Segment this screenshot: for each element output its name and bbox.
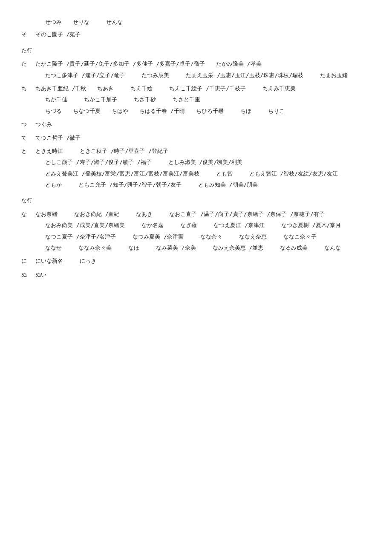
line-text: ときえ時江 ときこ秋子 /時子/登喜子 /登紀子	[35, 148, 168, 154]
line-text: にいな新名 にっき	[35, 258, 96, 264]
line-chi-3: ちづる ちなつ千夏 ちはや ちはる千春 /千晴 ちひろ千尋 ちほ ちりこ	[21, 106, 371, 116]
line-na-1: な なお奈緒 なおき尚紀 /直紀 なあき なおこ直子 /温子/尚子/貞子/奈緒子…	[21, 209, 371, 219]
line-text: とみえ登美江 /登美枝/富栄/富恵/富江/富枝/富美江/富美枝 とも智 ともえ智…	[45, 170, 338, 177]
line-chi-2: ちか千佳 ちかこ千加子 ちさ千砂 ちさと千里	[21, 95, 371, 104]
line-text: てつこ哲子 /徹子	[35, 135, 81, 141]
na-gyou-heading: な行	[21, 196, 371, 205]
line-label: つ	[21, 121, 27, 127]
line-label: な	[21, 211, 27, 217]
line-1: せつみ せりな せんな	[21, 17, 371, 27]
line-text: としこ歳子 /寿子/淑子/俊子/敏子 /福子 としみ淑美 /俊美/颯美/利美	[45, 159, 242, 165]
line-to-2: としこ歳子 /寿子/淑子/俊子/敏子 /福子 としみ淑美 /俊美/颯美/利美	[21, 157, 371, 167]
line-label: て	[21, 135, 27, 141]
line-text: ちか千佳 ちかこ千加子 ちさ千砂 ちさと千里	[45, 96, 200, 103]
line-text: ぬい	[35, 271, 46, 278]
line-so: そ そのこ園子 /苑子	[21, 29, 371, 39]
line-chi-1: ち ちあき千亜紀 /千秋 ちあき ちえ千絵 ちえこ千絵子 /千恵子/千枝子 ちえ…	[21, 83, 371, 93]
line-nu: ぬ ぬい	[21, 270, 371, 279]
line-text: なお奈緒 なおき尚紀 /直紀 なあき なおこ直子 /温子/尚子/貞子/奈緒子 /…	[35, 211, 325, 217]
line-label: と	[21, 148, 27, 154]
line-to-4: ともか ともこ允子 /知子/興子/智子/朝子/友子 ともみ知美 /朝美/朋美	[21, 180, 371, 190]
line-na-2: なおみ尚美 /成美/直美/奈緒美 なか名嘉 なぎ薙 なつえ夏江 /奈津江 なつき…	[21, 220, 371, 230]
line-ta-2: たつこ多津子 /逢子/立子/竜子 たつみ辰美 たまえ玉栄 /玉恵/玉江/玉枝/珠…	[21, 70, 371, 80]
ta-gyou-heading: た行	[21, 46, 371, 55]
line-text: な行	[21, 197, 32, 204]
line-na-3: なつこ夏子 /奈津子/名津子 なつみ夏美 /奈津実 なな奈々 ななえ奈恵 ななこ…	[21, 232, 371, 242]
line-text: ともか ともこ允子 /知子/興子/智子/朝子/友子 ともみ知美 /朝美/朋美	[45, 181, 258, 188]
line-text: たかこ隆子 /貴子/延子/免子/多加子 /多佳子 /多嘉子/卓子/喬子 たかみ隆…	[35, 60, 262, 67]
line-ni: に にいな新名 にっき	[21, 256, 371, 266]
page-content: せつみ せりな せんな そ そのこ園子 /苑子 た行 た たかこ隆子 /貴子/延…	[21, 17, 371, 279]
line-na-4: ななせ ななみ奈々美 なほ なみ菜美 /奈美 なみえ奈美恵 /並恵 なるみ成美 …	[21, 243, 371, 253]
line-label: に	[21, 258, 27, 264]
line-text: た行	[21, 47, 32, 54]
line-tsu: つ つぐみ	[21, 119, 371, 129]
line-label: ぬ	[21, 271, 27, 278]
line-te: て てつこ哲子 /徹子	[21, 133, 371, 143]
line-text: つぐみ	[35, 121, 52, 127]
line-text: ななせ ななみ奈々美 なほ なみ菜美 /奈美 なみえ奈美恵 /並恵 なるみ成美 …	[45, 244, 341, 251]
line-label: た	[21, 60, 27, 67]
line-text: たつこ多津子 /逢子/立子/竜子 たつみ辰美 たまえ玉栄 /玉恵/玉江/玉枝/珠…	[45, 72, 348, 78]
line-text: なつこ夏子 /奈津子/名津子 なつみ夏美 /奈津実 なな奈々 ななえ奈恵 ななこ…	[45, 233, 317, 240]
line-label: そ	[21, 31, 27, 37]
line-text: なおみ尚美 /成美/直美/奈緒美 なか名嘉 なぎ薙 なつえ夏江 /奈津江 なつき…	[45, 222, 341, 228]
line-label: ち	[21, 85, 27, 92]
line-to-1: と ときえ時江 ときこ秋子 /時子/登喜子 /登紀子	[21, 146, 371, 156]
line-text: そのこ園子 /苑子	[35, 31, 81, 37]
line-text: ちづる ちなつ千夏 ちはや ちはる千春 /千晴 ちひろ千尋 ちほ ちりこ	[45, 108, 285, 114]
line-text: せつみ せりな せんな	[45, 19, 123, 25]
line-ta-1: た たかこ隆子 /貴子/延子/免子/多加子 /多佳子 /多嘉子/卓子/喬子 たか…	[21, 59, 371, 69]
line-to-3: とみえ登美江 /登美枝/富栄/富恵/富江/富枝/富美江/富美枝 とも智 ともえ智…	[21, 169, 371, 178]
line-text: ちあき千亜紀 /千秋 ちあき ちえ千絵 ちえこ千絵子 /千恵子/千枝子 ちえみ千…	[35, 85, 296, 92]
